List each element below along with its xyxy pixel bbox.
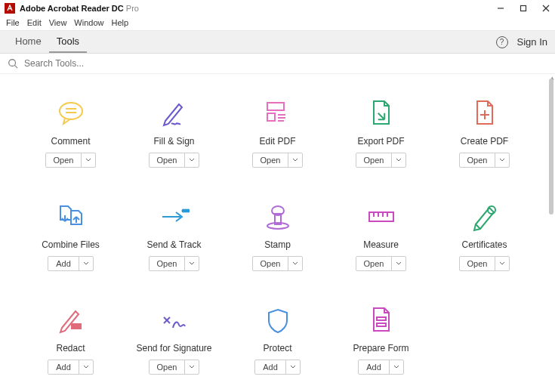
menu-edit[interactable]: Edit (27, 18, 42, 27)
menu-file[interactable]: File (6, 18, 20, 27)
content: ▴ Comment Open Fill & Sign Open Edit PDF… (0, 74, 555, 392)
tool-label: Send & Track (146, 239, 201, 250)
tool-action-button[interactable]: Open (149, 360, 200, 375)
tool-action-button[interactable]: Open (252, 256, 304, 271)
svg-rect-1 (521, 6, 526, 11)
close-button[interactable] (541, 4, 550, 13)
combine-icon[interactable] (54, 200, 88, 233)
app-suffix: Pro (126, 4, 139, 13)
tool-action-label: Add (359, 360, 390, 374)
sendforsig-icon[interactable] (158, 304, 191, 337)
tool-action-button[interactable]: Open (149, 256, 200, 271)
tools-grid: Comment Open Fill & Sign Open Edit PDF O… (0, 74, 555, 392)
tool-action-label: Add (48, 257, 79, 270)
editpdf-icon[interactable] (261, 97, 294, 130)
tool-action-button[interactable]: Add (48, 360, 94, 375)
tool-action-label: Open (150, 360, 186, 374)
tool-label: Protect (263, 343, 291, 353)
tool-label: Fill & Sign (153, 136, 194, 147)
help-icon[interactable]: ? (496, 36, 508, 48)
tool-combine-files: Combine Files Add (23, 200, 119, 281)
tool-fill-sign: Fill & Sign Open (126, 97, 222, 177)
chevron-down-icon[interactable] (495, 153, 509, 167)
tool-send-track: Send & Track Open (126, 200, 222, 281)
tool-action-label: Open (150, 153, 186, 167)
chevron-down-icon[interactable] (185, 257, 199, 270)
tool-action-button[interactable]: Add (254, 360, 301, 375)
menu-window[interactable]: Window (74, 18, 103, 27)
tabbar: Home Tools ? Sign In (0, 31, 555, 54)
tool-action-button[interactable]: Open (356, 256, 407, 271)
tool-label: Combine Files (42, 239, 100, 250)
tool-label: Edit PDF (259, 136, 295, 147)
comment-icon[interactable] (54, 97, 88, 130)
tool-label: Measure (363, 239, 399, 250)
chevron-down-icon[interactable] (390, 360, 403, 374)
tool-action-button[interactable]: Open (45, 153, 97, 168)
chevron-down-icon[interactable] (286, 360, 300, 374)
chevron-down-icon[interactable] (288, 257, 302, 270)
tool-protect: Protect Add (230, 304, 325, 384)
tool-label: Certificates (461, 239, 507, 250)
menu-help[interactable]: Help (111, 18, 128, 27)
createpdf-icon[interactable] (468, 97, 501, 130)
tool-action-button[interactable]: Open (149, 153, 200, 168)
stamp-icon[interactable] (261, 200, 294, 233)
tab-home[interactable]: Home (8, 31, 49, 53)
sendtrack-icon[interactable] (158, 200, 191, 233)
tool-stamp: Stamp Open (230, 200, 325, 281)
tool-edit-pdf: Edit PDF Open (230, 97, 325, 177)
menu-view[interactable]: View (49, 18, 67, 27)
tool-label: Send for Signature (136, 343, 211, 353)
tool-action-label: Open (46, 153, 82, 167)
chevron-down-icon[interactable] (185, 153, 199, 167)
tool-action-button[interactable]: Add (48, 256, 94, 271)
chevron-down-icon[interactable] (82, 153, 95, 167)
searchbar (0, 54, 555, 74)
titlebar: Adobe Acrobat Reader DC Pro (0, 0, 555, 17)
measure-icon[interactable] (365, 200, 398, 233)
signin-button[interactable]: Sign In (517, 36, 547, 48)
chevron-down-icon[interactable] (288, 153, 302, 167)
chevron-down-icon[interactable] (392, 153, 405, 167)
scrollbar[interactable] (549, 79, 553, 215)
tool-action-button[interactable]: Open (356, 153, 407, 168)
tool-label: Prepare Form (353, 343, 409, 353)
app-name: Adobe Acrobat Reader DC (20, 4, 124, 13)
certificates-icon[interactable] (468, 200, 501, 233)
tab-tools[interactable]: Tools (49, 31, 87, 53)
exportpdf-icon[interactable] (365, 97, 398, 130)
search-input[interactable] (24, 58, 547, 69)
tool-create-pdf: Create PDF Open (436, 97, 532, 177)
tool-action-button[interactable]: Open (459, 256, 510, 271)
redact-icon[interactable] (54, 304, 88, 337)
chevron-down-icon[interactable] (392, 257, 405, 270)
tool-action-label: Add (255, 360, 286, 374)
tool-action-label: Open (460, 257, 496, 270)
tool-action-label: Open (460, 153, 496, 167)
tool-action-label: Open (150, 257, 186, 270)
menubar: File Edit View Window Help (0, 17, 555, 31)
tool-label: Create PDF (461, 136, 508, 147)
chevron-down-icon[interactable] (79, 360, 93, 374)
tool-action-button[interactable]: Add (358, 360, 404, 375)
maximize-button[interactable] (519, 4, 528, 13)
svg-line-5 (15, 66, 18, 69)
protect-icon[interactable] (261, 304, 294, 337)
chevron-down-icon[interactable] (495, 257, 509, 270)
tool-export-pdf: Export PDF Open (333, 97, 429, 177)
tool-label: Comment (51, 136, 90, 147)
tool-measure: Measure Open (333, 200, 429, 281)
tool-certificates: Certificates Open (436, 200, 532, 281)
window-controls (496, 4, 550, 13)
tool-action-label: Open (356, 257, 393, 270)
tool-action-label: Add (48, 360, 79, 374)
tool-action-button[interactable]: Open (459, 153, 510, 168)
chevron-down-icon[interactable] (79, 257, 93, 270)
fillsign-icon[interactable] (158, 97, 191, 130)
minimize-button[interactable] (496, 4, 505, 13)
tool-action-button[interactable]: Open (252, 153, 304, 168)
prepareform-icon[interactable] (365, 304, 398, 337)
tool-send-for-signature: Send for Signature Open (126, 304, 222, 384)
chevron-down-icon[interactable] (185, 360, 199, 374)
